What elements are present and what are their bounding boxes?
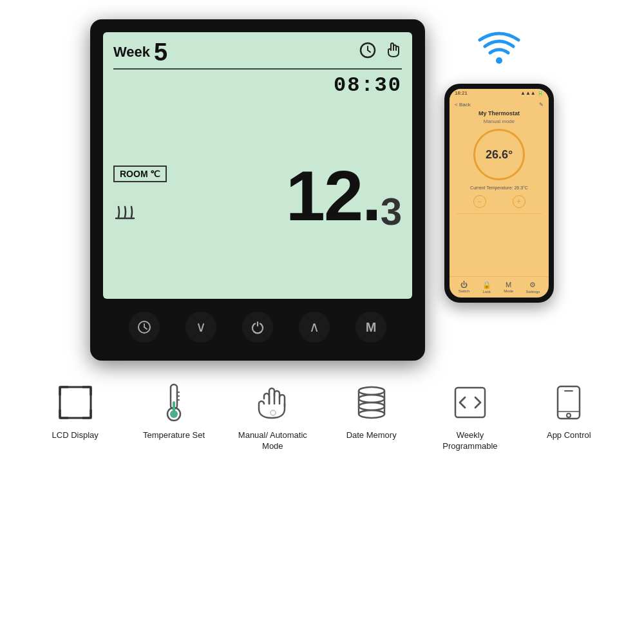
clock-icon — [359, 42, 376, 62]
features-section: LCD Display Temperature Set — [13, 380, 631, 452]
clock-schedule-button[interactable] — [129, 312, 160, 343]
phone-settings-button[interactable]: ⚙ Settings — [526, 281, 540, 294]
phone-time: 18:21 — [455, 90, 468, 99]
phone-mode-label: Manual mode — [450, 118, 549, 125]
lcd-time: 08:30 — [113, 73, 402, 97]
thermostat-buttons: ∨ ∧ M — [103, 307, 412, 348]
main-container: Week 5 — [0, 0, 644, 644]
room-label-text: ROOM ℃ — [120, 169, 160, 179]
phone-temp-circle: 26.6° — [473, 129, 525, 180]
manual-auto-icon — [253, 380, 292, 425]
svg-line-6 — [144, 327, 147, 329]
feature-weekly-programmable: Weekly Programmable — [428, 380, 512, 452]
phone-divider — [456, 213, 542, 214]
wifi-icon-container — [473, 26, 525, 64]
svg-rect-8 — [60, 387, 91, 418]
settings-label: Settings — [526, 290, 540, 294]
phone-screen: 18:21 ▲▲▲ 🔋 < Back ✎ My Thermostat Manua… — [450, 89, 549, 298]
phone-lock-button[interactable]: 🔒 Lock — [482, 281, 491, 294]
date-memory-icon — [352, 380, 391, 425]
lcd-week-section: Week 5 — [113, 40, 167, 64]
svg-line-2 — [368, 50, 370, 52]
date-memory-label: Date Memory — [346, 430, 397, 441]
app-control-label: App Control — [547, 430, 591, 441]
switch-label: Switch — [459, 289, 470, 293]
week-label: Week — [113, 44, 150, 61]
temperature-decimal: 3 — [381, 193, 402, 231]
phone-current-temp: Current Temperature: 26.3°C — [450, 185, 549, 190]
mode-icon: M — [506, 281, 511, 289]
phone-mode-button[interactable]: M Mode — [504, 281, 513, 294]
room-label: ROOM ℃ — [113, 166, 167, 182]
lock-icon: 🔒 — [482, 281, 491, 289]
lcd-middle: ROOM ℃ 12. — [113, 100, 402, 291]
svg-point-24 — [359, 402, 384, 410]
phone-switch-button[interactable]: ⏻ Switch — [459, 281, 470, 294]
phone-bottom-bar: ⏻ Switch 🔒 Lock M Mode ⚙ — [450, 276, 549, 298]
lcd-left-info: ROOM ℃ — [113, 166, 167, 225]
phone-edit[interactable]: ✎ — [539, 102, 544, 108]
svg-point-30 — [567, 413, 571, 417]
manual-auto-label: Manual/ Automatic Mode — [231, 430, 314, 452]
phone-temperature: 26.6° — [486, 148, 513, 162]
temperature-set-label: Temperature Set — [143, 430, 205, 441]
week-number: 5 — [154, 40, 167, 64]
svg-point-21 — [359, 395, 384, 402]
power-button[interactable] — [242, 312, 273, 343]
phone-status-bar: 18:21 ▲▲▲ 🔋 — [450, 89, 549, 100]
weekly-programmable-icon — [451, 380, 489, 425]
app-control-icon — [549, 380, 588, 425]
settings-icon: ⚙ — [529, 281, 536, 289]
phone-status-icons: ▲▲▲ 🔋 — [520, 90, 544, 99]
lcd-icons-right — [359, 41, 402, 63]
phone-plus-button[interactable]: + — [513, 195, 526, 208]
heating-icon — [113, 199, 167, 225]
lock-label: Lock — [482, 290, 491, 294]
feature-app-control: App Control — [527, 380, 611, 441]
feature-date-memory: Date Memory — [330, 380, 413, 441]
phone-mockup: 18:21 ▲▲▲ 🔋 < Back ✎ My Thermostat Manua… — [444, 84, 554, 303]
svg-rect-12 — [173, 401, 175, 415]
mode-label-bottom: Mode — [504, 289, 513, 293]
lcd-display-label: LCD Display — [52, 430, 99, 441]
wifi-icon — [473, 26, 525, 64]
phone-title: My Thermostat — [450, 109, 549, 118]
thermostat-device: Week 5 — [90, 19, 425, 361]
svg-point-17 — [359, 387, 384, 395]
phone-nav: < Back ✎ — [450, 100, 549, 109]
mode-button[interactable]: M — [355, 312, 386, 343]
temperature-display: 12. 3 — [286, 160, 402, 231]
svg-point-16 — [270, 410, 276, 415]
temperature-set-icon — [155, 380, 193, 425]
up-button[interactable]: ∧ — [299, 312, 330, 343]
feature-manual-auto: Manual/ Automatic Mode — [231, 380, 314, 452]
right-section: 18:21 ▲▲▲ 🔋 < Back ✎ My Thermostat Manua… — [444, 19, 554, 303]
phone-minus-button[interactable]: − — [473, 195, 486, 208]
lcd-screen: Week 5 — [103, 32, 412, 299]
phone-controls: − + — [450, 193, 549, 211]
feature-lcd-display: LCD Display — [33, 380, 117, 441]
svg-point-27 — [359, 410, 384, 418]
hand-icon — [385, 41, 402, 63]
weekly-programmable-label: Weekly Programmable — [428, 430, 512, 452]
svg-point-7 — [496, 57, 502, 64]
lcd-top-row: Week 5 — [113, 40, 402, 70]
phone-back[interactable]: < Back — [455, 102, 471, 108]
feature-temperature-set: Temperature Set — [132, 380, 216, 441]
lcd-display-icon — [56, 380, 95, 425]
switch-icon: ⏻ — [460, 281, 468, 289]
temperature-main: 12. — [286, 160, 381, 231]
down-button[interactable]: ∨ — [185, 312, 216, 343]
top-section: Week 5 — [13, 19, 631, 361]
